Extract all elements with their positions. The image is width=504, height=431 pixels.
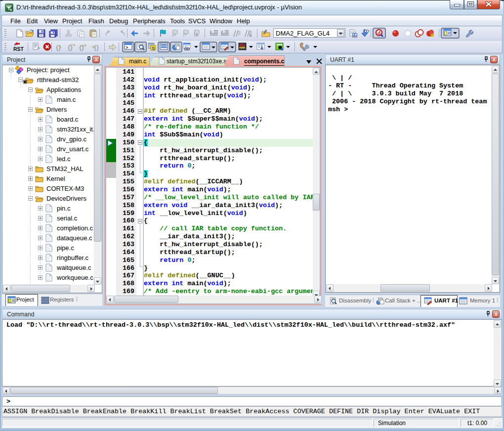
svg-text:s: s [10, 7, 12, 12]
svg-text:>: > [126, 45, 128, 50]
svg-text:d: d [378, 30, 380, 36]
svg-text:RST: RST [13, 46, 24, 52]
svg-text:{}: {} [94, 43, 99, 51]
svg-text:{}: {} [79, 43, 84, 51]
svg-text:S: S [152, 45, 155, 51]
